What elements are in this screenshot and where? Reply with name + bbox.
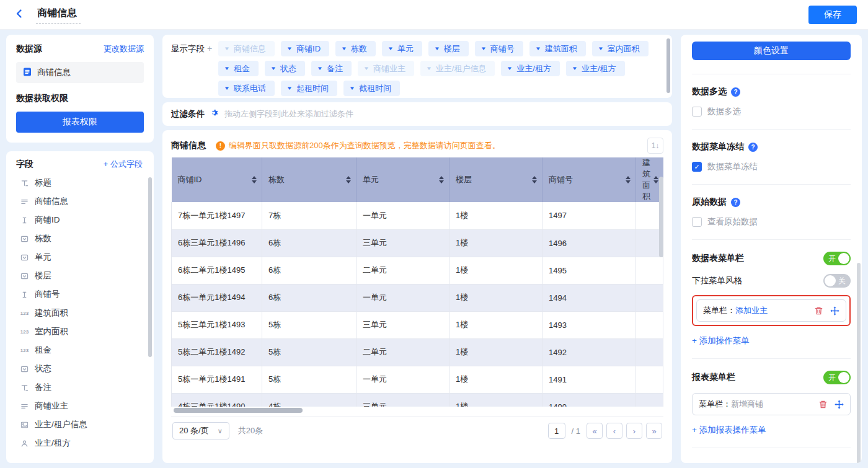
field-item[interactable]: 业主/租方 — [16, 434, 148, 453]
page-number-input[interactable]: 1 — [548, 423, 565, 439]
display-field-chip[interactable]: ▼ 状态 — [265, 61, 305, 76]
sort-icon[interactable] — [653, 176, 658, 183]
field-item[interactable]: 备注 — [16, 378, 148, 397]
table-row[interactable]: 7栋一单元1楼14977栋一单元1楼1497 — [172, 202, 663, 229]
display-field-chip[interactable]: ▼ 租金 — [218, 61, 259, 76]
save-button[interactable]: 保存 — [808, 6, 857, 24]
display-field-chip[interactable]: ▼ 业主/租方 — [566, 61, 625, 76]
sort-icon[interactable] — [252, 176, 257, 183]
add-action-menu-link[interactable]: + 添加操作菜单 — [692, 335, 750, 347]
field-item[interactable]: 状态 — [16, 360, 148, 378]
sort-icon[interactable] — [346, 176, 351, 183]
prev-page-button[interactable]: ‹ — [606, 423, 622, 439]
sort-icon[interactable] — [626, 176, 631, 183]
last-page-button[interactable]: » — [646, 423, 662, 439]
display-field-chip[interactable]: ▼ 栋数 — [335, 41, 376, 56]
column-header[interactable]: 商铺ID — [172, 157, 262, 202]
display-field-chip[interactable]: ▼ 建筑面积 — [529, 41, 586, 56]
trash-icon[interactable] — [813, 306, 823, 316]
display-field-chip[interactable]: ▼ 截租时间 — [343, 81, 400, 96]
display-field-chip[interactable]: ▼ 楼层 — [428, 41, 469, 56]
fields-scrollbar[interactable] — [148, 177, 152, 357]
back-button[interactable] — [11, 7, 27, 23]
multi-select-checkbox[interactable] — [692, 107, 702, 117]
display-field-chip[interactable]: ▼ 业主/租方 — [501, 61, 560, 76]
table-row[interactable]: 6栋一单元1楼14946栋一单元1楼1494 — [172, 284, 663, 311]
settings-panel: 颜色设置 数据多选 ? 数据多选 数据菜单冻结 ? — [681, 35, 862, 463]
report-permission-button[interactable]: 报表权限 — [16, 112, 144, 133]
sort-icon[interactable] — [532, 176, 537, 183]
table-cell: 1492 — [542, 338, 636, 366]
field-item[interactable]: 栋数 — [16, 229, 148, 248]
document-icon — [22, 67, 32, 79]
page-size-select[interactable]: 20 条/页 ∨ — [172, 422, 229, 439]
field-item[interactable]: 楼层 — [16, 267, 148, 285]
field-item[interactable]: 商铺信息 — [16, 192, 148, 211]
table-row[interactable]: 5栋二单元1楼14925栋二单元1楼1492 — [172, 338, 663, 366]
settings-scrollbar[interactable] — [857, 263, 861, 463]
filter-card[interactable]: 过滤条件 拖动左侧字段到此处来添加过滤条件 — [162, 102, 672, 126]
sort-icon[interactable] — [439, 176, 444, 183]
color-settings-button[interactable]: 颜色设置 — [692, 42, 851, 60]
datasource-item[interactable]: 商铺信息 — [16, 62, 144, 83]
table-row[interactable]: 5栋三单元1楼14935栋三单元1楼1493 — [172, 311, 663, 338]
column-header[interactable]: 商铺号 — [542, 157, 636, 202]
datasource-title: 数据源 — [16, 43, 42, 55]
table-row[interactable]: 4栋三单元1楼14904栋三单元1楼1490 — [172, 393, 663, 407]
report-menu-section: 报表菜单栏 开 菜单栏： 新增商铺 — [692, 358, 851, 448]
move-icon[interactable] — [830, 306, 839, 316]
display-fields-scrollbar[interactable] — [666, 38, 670, 93]
table-row[interactable]: 6栋三单元1楼14966栋三单元1楼1496 — [172, 229, 663, 257]
display-field-chip[interactable]: ▼ 室内面积 — [592, 41, 649, 56]
field-item[interactable]: 单元 — [16, 248, 148, 267]
fields-card: 字段 + 公式字段 标题 商铺信息 商铺ID 栋数 单元 楼层 商铺号 123 … — [6, 151, 154, 463]
first-page-button[interactable]: « — [587, 423, 603, 439]
help-icon[interactable]: ? — [748, 143, 758, 152]
field-item[interactable]: 123 室内面积 — [16, 322, 148, 341]
field-item[interactable]: 商铺ID — [16, 211, 148, 229]
display-field-chip[interactable]: ▼ 商铺号 — [475, 41, 523, 56]
menu-freeze-checkbox[interactable] — [692, 162, 702, 172]
display-field-chip[interactable]: ▼ 商铺ID — [281, 41, 329, 56]
column-header[interactable]: 楼层 — [450, 157, 542, 202]
display-field-chip[interactable]: ▼ 备注 — [311, 61, 352, 76]
column-header[interactable]: 栋数 — [262, 157, 356, 202]
table-menu-toggle[interactable]: 开 — [823, 252, 851, 265]
column-header[interactable]: 单元 — [356, 157, 450, 202]
report-menu-item-row[interactable]: 菜单栏： 新增商铺 — [692, 393, 851, 415]
raw-data-checkbox-row[interactable]: 查看原始数据 — [692, 216, 851, 227]
field-item[interactable]: 商铺号 — [16, 285, 148, 304]
next-page-button[interactable]: › — [626, 423, 642, 439]
menu-item-link[interactable]: 添加业主 — [735, 305, 768, 316]
help-icon[interactable]: ? — [731, 87, 740, 97]
dropdown-style-toggle[interactable]: 关 — [823, 274, 851, 288]
select-icon — [20, 272, 29, 281]
add-formula-field-link[interactable]: + 公式字段 — [104, 159, 143, 170]
change-datasource-link[interactable]: 更改数据源 — [104, 43, 144, 55]
multi-select-checkbox-row[interactable]: 数据多选 — [692, 106, 851, 117]
field-item[interactable]: 123 建筑面积 — [16, 304, 148, 322]
add-report-action-menu-link[interactable]: + 添加报表操作菜单 — [692, 425, 766, 436]
trash-icon[interactable] — [818, 399, 828, 409]
gear-icon[interactable] — [210, 108, 218, 120]
numeric-sort-icon[interactable]: 1↓ — [647, 138, 663, 154]
report-menu-toggle[interactable]: 开 — [823, 371, 851, 384]
field-item[interactable]: 业主/租户信息 — [16, 415, 148, 434]
menu-freeze-checkbox-row[interactable]: 数据菜单冻结 — [692, 161, 851, 172]
table-row[interactable]: 5栋一单元1楼14915栋一单元1楼1491 — [172, 366, 663, 393]
move-icon[interactable] — [834, 399, 844, 409]
table-horizontal-scrollbar[interactable] — [174, 408, 303, 413]
add-display-field-icon[interactable]: + — [207, 43, 212, 53]
field-item[interactable]: 标题 — [16, 174, 148, 192]
field-item[interactable]: 商铺业主 — [16, 397, 148, 415]
divider — [692, 448, 851, 448]
display-field-chip[interactable]: ▼ 起租时间 — [281, 81, 337, 96]
help-icon[interactable]: ? — [731, 198, 740, 207]
raw-data-checkbox[interactable] — [692, 217, 702, 227]
display-field-chip[interactable]: ▼ 单元 — [382, 41, 422, 56]
display-field-chip[interactable]: ▼ 联系电话 — [218, 81, 275, 96]
field-item[interactable]: 123 租金 — [16, 341, 148, 360]
table-menu-item-row[interactable]: 菜单栏： 添加业主 — [696, 299, 846, 322]
table-vertical-scrollbar[interactable] — [659, 177, 663, 257]
table-row[interactable]: 6栋二单元1楼14956栋二单元1楼1495 — [172, 257, 663, 284]
